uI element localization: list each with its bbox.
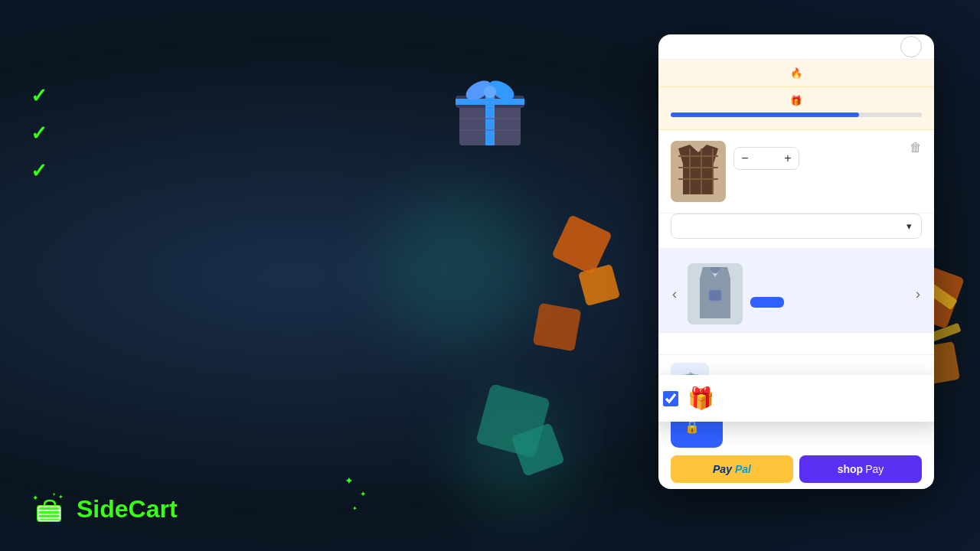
quantity-controls: − + bbox=[733, 147, 799, 170]
shipping-text: 🎁 bbox=[671, 95, 922, 106]
tank-svg bbox=[688, 263, 743, 324]
left-content-area: ✓ ✓ ✓ bbox=[31, 61, 459, 183]
cart-header bbox=[658, 34, 934, 60]
shoppay-label: shop bbox=[838, 463, 863, 475]
quantity-decrease-button[interactable]: − bbox=[734, 148, 756, 169]
paypal-button[interactable]: Pay Pal bbox=[671, 455, 793, 483]
logo-text: SideCart bbox=[77, 495, 178, 523]
gift-wrap-checkbox[interactable] bbox=[663, 391, 678, 406]
check-icon-2: ✓ bbox=[31, 122, 47, 145]
svg-text:✦: ✦ bbox=[58, 494, 64, 500]
subtotal-row bbox=[658, 332, 934, 354]
svg-point-6 bbox=[484, 86, 496, 98]
carousel-next-button[interactable]: › bbox=[908, 284, 928, 304]
cart-item-details: − + bbox=[733, 141, 902, 170]
logo-area: ✦ ✦ ✦ SideCart bbox=[31, 490, 178, 528]
deco-box-3 bbox=[533, 303, 582, 352]
paypal-pal: Pal bbox=[735, 463, 751, 475]
recommended-carousel: ‹ bbox=[658, 263, 934, 324]
rec-item-details bbox=[750, 281, 905, 308]
carousel-prev-button[interactable]: ‹ bbox=[665, 284, 684, 304]
logo-side: Side bbox=[77, 495, 129, 523]
svg-text:✦: ✦ bbox=[52, 492, 56, 497]
cart-close-button[interactable] bbox=[900, 36, 922, 57]
delete-item-icon[interactable]: 🗑 bbox=[910, 141, 922, 155]
feature-item-2: ✓ bbox=[31, 122, 459, 145]
sparkle-1: ✦ bbox=[345, 474, 354, 487]
progress-bar-container bbox=[671, 112, 922, 117]
check-icon-1: ✓ bbox=[31, 84, 47, 108]
cart-panel: 🔥 🎁 bbox=[658, 34, 934, 489]
payment-buttons-row: Pay Pal shop Pay bbox=[658, 455, 934, 489]
svg-rect-3 bbox=[456, 99, 524, 105]
delivery-dropdown[interactable]: ▾ bbox=[671, 214, 922, 239]
shoppay-button[interactable]: shop Pay bbox=[799, 455, 922, 483]
shoppay-pay-label: Pay bbox=[865, 463, 884, 475]
feature-item-1: ✓ bbox=[31, 84, 459, 108]
timer-emoji: 🔥 bbox=[790, 67, 802, 79]
gift-wrap-icon: 🎁 bbox=[688, 386, 714, 411]
dropdown-chevron-icon: ▾ bbox=[906, 220, 912, 232]
gift-box-area bbox=[444, 61, 536, 156]
shipping-banner: 🎁 bbox=[658, 87, 934, 130]
recommended-item bbox=[688, 263, 905, 324]
sparkle-2: ✦ bbox=[360, 490, 366, 498]
paypal-logo: Pay bbox=[713, 463, 732, 475]
logo-cart-word: Cart bbox=[129, 495, 178, 523]
sparkle-3: ✦ bbox=[352, 505, 358, 512]
progress-bar-fill bbox=[671, 112, 859, 117]
shirt-svg bbox=[671, 141, 726, 202]
timer-banner: 🔥 bbox=[658, 60, 934, 87]
feature-list: ✓ ✓ ✓ bbox=[31, 84, 459, 183]
recommended-section: ‹ bbox=[658, 248, 934, 332]
shipping-emoji: 🎁 bbox=[790, 96, 802, 106]
cart-item-qty-row: − + bbox=[733, 147, 902, 170]
svg-text:✦: ✦ bbox=[32, 494, 38, 502]
add-recommended-button[interactable] bbox=[750, 297, 784, 308]
logo-cart-svg: ✦ ✦ ✦ bbox=[31, 490, 69, 528]
quantity-increase-button[interactable]: + bbox=[777, 148, 799, 169]
cart-item-image bbox=[671, 141, 726, 202]
gift-box-image bbox=[444, 61, 536, 153]
deco-teal-glow bbox=[383, 191, 536, 344]
gift-wrap-panel: 🎁 bbox=[658, 375, 934, 422]
logo-name: SideCart bbox=[77, 495, 178, 523]
feature-item-3: ✓ bbox=[31, 159, 459, 183]
rec-item-image bbox=[688, 263, 743, 324]
check-icon-3: ✓ bbox=[31, 159, 47, 183]
cart-item: − + 🗑 bbox=[658, 130, 934, 214]
svg-rect-27 bbox=[709, 290, 721, 301]
